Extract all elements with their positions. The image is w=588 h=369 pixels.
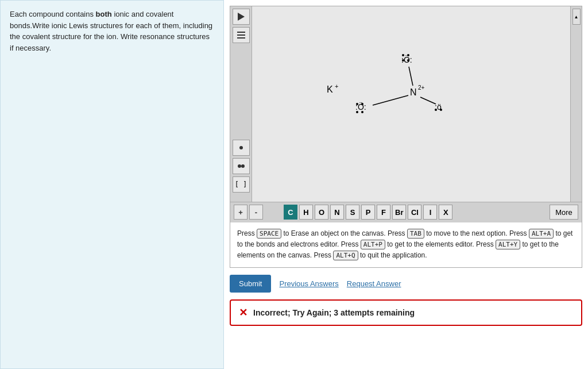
p-element-button[interactable]: P <box>361 205 375 220</box>
help-text-area: Press SPACE to Erase an object on the ca… <box>230 222 582 267</box>
svg-line-8 <box>373 95 408 105</box>
molecule-svg: K + N 2+ :Ö: :Ö: :ö <box>310 35 482 150</box>
play-btn[interactable] <box>233 9 250 25</box>
bracket-btn[interactable]: [ ] <box>233 176 250 193</box>
problem-text: Each compound contains both ionic and co… <box>10 9 214 53</box>
scrollbar-area: ▲ <box>570 6 582 202</box>
n-charge: 2+ <box>418 84 425 91</box>
editor-container: [ ] K + N 2+ :Ö: :Ö: <box>230 6 582 268</box>
svg-rect-2 <box>237 34 245 36</box>
single-electron-btn[interactable] <box>233 140 250 156</box>
lone-pair-btn[interactable] <box>233 158 250 174</box>
alta-key: ALT+A <box>529 229 554 239</box>
svg-point-15 <box>361 103 363 105</box>
error-box: ✕ Incorrect; Try Again; 3 attempts remai… <box>230 299 582 326</box>
br-element-button[interactable]: Br <box>392 205 406 220</box>
svg-line-9 <box>420 97 436 104</box>
minus-button[interactable]: - <box>249 205 263 220</box>
svg-point-16 <box>356 111 358 113</box>
bottom-actions: Submit Previous Answers Request Answer <box>224 268 588 297</box>
svg-rect-1 <box>237 32 245 33</box>
canvas-area[interactable]: K + N 2+ :Ö: :Ö: :ö <box>252 6 570 202</box>
o-element-button[interactable]: O <box>315 205 328 220</box>
error-icon: ✕ <box>239 306 247 319</box>
toolbar-left: [ ] <box>230 6 252 202</box>
bold-both: both <box>96 10 112 18</box>
help-line1: Press SPACE to Erase an object on the ca… <box>237 229 572 259</box>
svg-point-17 <box>361 111 363 113</box>
n-element-button[interactable]: N <box>330 205 344 220</box>
tab-key: TAB <box>407 229 424 239</box>
s-element-button[interactable]: S <box>346 205 359 220</box>
f-element-button[interactable]: F <box>377 205 390 220</box>
k-label: K <box>327 84 333 94</box>
toolbar-bottom-row: + - C H O N S P F Br Cl I X More <box>230 202 582 222</box>
svg-point-11 <box>407 54 409 56</box>
c-element-button[interactable]: C <box>284 205 297 220</box>
submit-button[interactable]: Submit <box>230 275 271 293</box>
svg-point-5 <box>238 164 241 168</box>
svg-point-18 <box>435 109 437 111</box>
svg-point-14 <box>356 103 358 105</box>
alty-key: ALT+Y <box>496 240 520 249</box>
svg-rect-3 <box>237 37 245 39</box>
scroll-up[interactable]: ▲ <box>572 9 581 25</box>
main-layout: Each compound contains both ionic and co… <box>0 0 588 369</box>
svg-point-4 <box>239 146 243 149</box>
svg-point-13 <box>407 59 409 62</box>
error-message: Incorrect; Try Again; 3 attempts remaini… <box>253 308 415 317</box>
svg-point-6 <box>241 164 245 168</box>
space-key: SPACE <box>257 229 281 239</box>
more-button[interactable]: More <box>550 205 578 220</box>
plus-button[interactable]: + <box>234 205 247 220</box>
svg-point-19 <box>440 109 442 111</box>
right-panel: [ ] K + N 2+ :Ö: :Ö: <box>224 0 588 369</box>
svg-point-10 <box>402 54 404 56</box>
request-answer-button[interactable]: Request Answer <box>347 279 401 288</box>
svg-line-7 <box>409 67 413 86</box>
altq-key: ALT+Q <box>333 251 358 260</box>
x-element-button[interactable]: X <box>439 205 452 220</box>
left-panel: Each compound contains both ionic and co… <box>0 0 224 369</box>
n-label: N <box>410 87 417 97</box>
h-element-button[interactable]: H <box>299 205 313 220</box>
i-element-button[interactable]: I <box>423 205 437 220</box>
bars-btn[interactable] <box>233 27 250 43</box>
svg-point-12 <box>402 59 404 62</box>
cl-element-button[interactable]: Cl <box>408 205 421 220</box>
editor-top: [ ] K + N 2+ :Ö: :Ö: <box>230 6 582 202</box>
svg-marker-0 <box>238 13 245 21</box>
previous-answers-button[interactable]: Previous Answers <box>279 279 338 288</box>
altp-key: ALT+P <box>361 240 385 249</box>
k-charge: + <box>335 83 338 90</box>
